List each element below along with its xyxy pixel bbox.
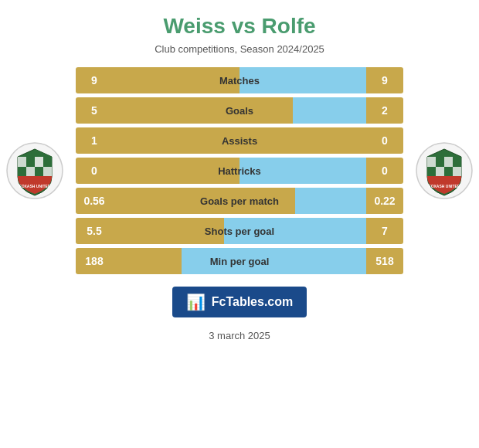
stat-row: 1Assists0	[76, 127, 403, 154]
left-badge-svg: FOXASH UNITED	[4, 140, 66, 202]
svg-text:FOXASH UNITED: FOXASH UNITED	[429, 184, 460, 188]
stat-bar-container: Goals per match	[113, 188, 366, 214]
stat-row: 188Min per goal518	[76, 248, 403, 274]
svg-rect-15	[427, 167, 436, 177]
stat-left-value: 1	[76, 127, 113, 154]
stat-bar-container: Assists	[113, 127, 366, 154]
stat-left-value: 0	[76, 158, 113, 184]
stat-row: 9Matches9	[76, 67, 403, 93]
svg-rect-12	[436, 157, 444, 167]
stat-row: 5Goals2	[76, 97, 403, 124]
svg-rect-6	[26, 167, 35, 177]
stat-row: 0Hattricks0	[76, 158, 403, 184]
svg-rect-2	[26, 157, 35, 167]
stat-right-value: 518	[366, 248, 403, 274]
svg-rect-4	[43, 157, 52, 167]
stat-row: 0.56Goals per match0.22	[76, 188, 403, 214]
stat-left-value: 0.56	[76, 188, 113, 214]
stat-left-value: 188	[76, 248, 113, 274]
stat-left-value: 5	[76, 97, 113, 124]
svg-rect-13	[444, 157, 453, 167]
svg-rect-17	[444, 167, 453, 177]
stat-bar-fill	[113, 97, 293, 124]
watermark-text: FcTables.com	[212, 295, 294, 309]
svg-rect-14	[453, 157, 461, 167]
team-badge-right: FOXASH UNITED	[409, 136, 479, 205]
svg-rect-8	[43, 167, 52, 177]
stat-left-value: 5.5	[76, 218, 113, 244]
stat-bar-container: Goals	[113, 97, 366, 124]
stat-label: Matches	[219, 75, 260, 87]
stat-label: Shots per goal	[205, 226, 274, 237]
watermark-box: 📊 FcTables.com	[172, 287, 307, 317]
right-badge-svg: FOXASH UNITED	[413, 140, 475, 202]
svg-rect-1	[18, 157, 26, 167]
stat-right-value: 9	[366, 67, 403, 93]
stat-left-value: 9	[76, 67, 113, 93]
stat-right-value: 0	[366, 127, 403, 154]
comparison-area: FOXASH UNITED 9Matches95Goals21Assists00…	[0, 67, 479, 274]
svg-rect-18	[453, 167, 461, 177]
stat-right-value: 7	[366, 218, 403, 244]
stat-bar-container: Matches	[113, 67, 366, 93]
svg-rect-11	[427, 157, 436, 167]
stat-bar-fill	[113, 248, 182, 274]
svg-text:FOXASH UNITED: FOXASH UNITED	[19, 184, 51, 188]
stat-bar-container: Min per goal	[113, 248, 366, 274]
stat-right-value: 0.22	[366, 188, 403, 214]
stat-label: Min per goal	[210, 256, 270, 267]
date-text: 3 march 2025	[209, 330, 270, 341]
stats-table: 9Matches95Goals21Assists00Hattricks00.56…	[70, 67, 409, 274]
stat-label: Assists	[222, 135, 257, 147]
stat-label: Goals	[226, 105, 253, 117]
stat-row: 5.5Shots per goal7	[76, 218, 403, 244]
stat-right-value: 0	[366, 158, 403, 184]
match-title: Weiss vs Rolfe	[163, 14, 315, 39]
watermark-area: 📊 FcTables.com 3 march 2025	[172, 287, 307, 341]
team-badge-left: FOXASH UNITED	[0, 136, 70, 205]
stat-right-value: 2	[366, 97, 403, 124]
svg-rect-3	[35, 157, 43, 167]
svg-rect-16	[436, 167, 444, 177]
stat-bar-container: Hattricks	[113, 158, 366, 184]
stat-label: Hattricks	[218, 165, 261, 177]
stat-label: Goals per match	[200, 195, 279, 207]
stat-bar-container: Shots per goal	[113, 218, 366, 244]
match-subtitle: Club competitions, Season 2024/2025	[155, 43, 324, 55]
svg-rect-5	[18, 167, 26, 177]
watermark-icon: 📊	[186, 293, 206, 311]
svg-rect-7	[35, 167, 43, 177]
